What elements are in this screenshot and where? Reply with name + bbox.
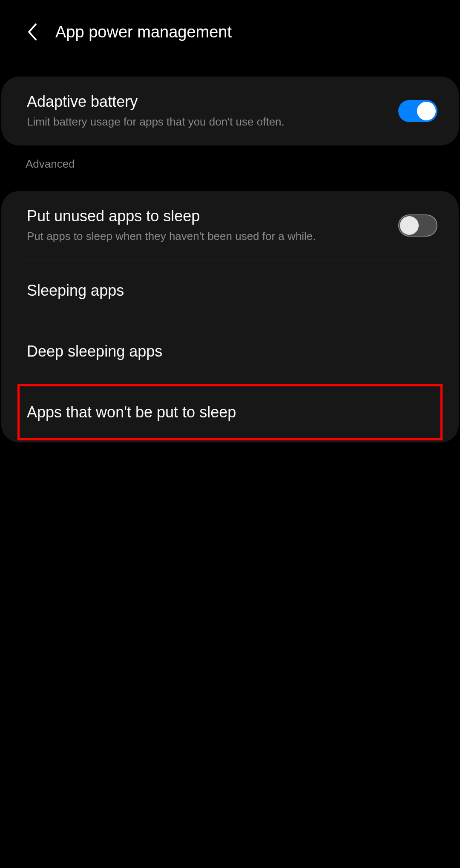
adaptive-battery-title: Adaptive battery (27, 93, 398, 111)
adaptive-battery-subtitle: Limit battery usage for apps that you do… (27, 115, 398, 129)
adaptive-battery-row[interactable]: Adaptive battery Limit battery usage for… (1, 77, 459, 146)
put-unused-to-sleep-title: Put unused apps to sleep (27, 207, 398, 225)
highlight-box: Apps that won't be put to sleep (1, 382, 459, 443)
toggle-knob-icon (417, 102, 436, 120)
back-icon[interactable] (26, 21, 38, 43)
deep-sleeping-apps-title: Deep sleeping apps (27, 343, 162, 360)
page-title: App power management (55, 23, 232, 41)
apps-not-sleep-title: Apps that won't be put to sleep (27, 403, 236, 421)
card-advanced: Put unused apps to sleep Put apps to sle… (1, 191, 459, 443)
deep-sleeping-apps-row[interactable]: Deep sleeping apps (1, 321, 459, 382)
put-unused-to-sleep-text: Put unused apps to sleep Put apps to sle… (27, 207, 398, 244)
adaptive-battery-text: Adaptive battery Limit battery usage for… (27, 93, 398, 129)
put-unused-to-sleep-row[interactable]: Put unused apps to sleep Put apps to sle… (1, 191, 459, 260)
adaptive-battery-toggle[interactable] (398, 100, 437, 122)
put-unused-to-sleep-subtitle: Put apps to sleep when they haven't been… (27, 229, 398, 244)
apps-not-sleep-row[interactable]: Apps that won't be put to sleep (1, 382, 459, 443)
header: App power management (0, 0, 460, 64)
sleeping-apps-row[interactable]: Sleeping apps (1, 260, 459, 321)
put-unused-to-sleep-toggle[interactable] (398, 214, 437, 237)
card-adaptive-battery: Adaptive battery Limit battery usage for… (1, 77, 459, 146)
toggle-knob-icon (400, 216, 419, 235)
sleeping-apps-title: Sleeping apps (27, 282, 124, 300)
section-label-advanced: Advanced (0, 146, 460, 178)
